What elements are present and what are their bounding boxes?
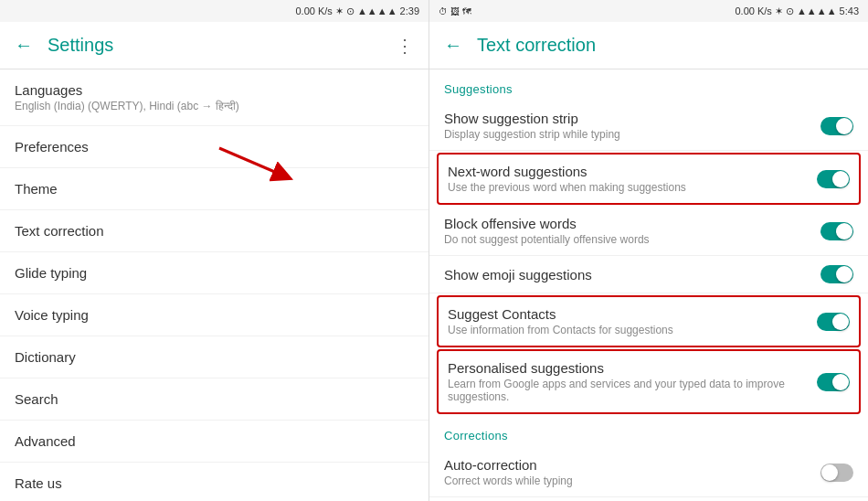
left-status-bar: 0.00 K/s ✶ ⊙ ▲▲▲▲ 2:39: [0, 0, 429, 22]
toggle-switch-next-word-suggestions[interactable]: [817, 170, 850, 188]
sidebar-item-label-languages: Languages: [15, 82, 414, 98]
sidebar-item-text-correction[interactable]: Text correction: [0, 210, 429, 252]
sidebar-item-label-rate-us: Rate us: [15, 475, 414, 491]
sidebar-item-label-voice-typing: Voice typing: [15, 307, 414, 323]
toggle-row-auto-correction[interactable]: Auto-correctionCorrect words while typin…: [429, 448, 868, 497]
left-status-text: 0.00 K/s ✶ ⊙ ▲▲▲▲ 2:39: [295, 5, 419, 17]
toggle-row-auto-space[interactable]: Auto-space after punctuation[Beta] Inser…: [429, 497, 868, 501]
sidebar-item-rate-us[interactable]: Rate us: [0, 463, 429, 501]
toggle-switch-show-suggestion-strip[interactable]: [820, 117, 853, 135]
toggle-text-show-emoji-suggestions: Show emoji suggestions: [444, 267, 810, 282]
toggle-label-show-emoji-suggestions: Show emoji suggestions: [444, 267, 810, 282]
toggle-label-next-word-suggestions: Next-word suggestions: [448, 164, 806, 179]
right-back-button[interactable]: ←: [444, 35, 462, 56]
toggle-sublabel-next-word-suggestions: Use the previous word when making sugges…: [448, 181, 806, 194]
toggle-row-show-suggestion-strip[interactable]: Show suggestion stripDisplay suggestion …: [429, 101, 868, 151]
toggle-label-block-offensive-words: Block offensive words: [444, 216, 810, 231]
sidebar-item-search[interactable]: Search: [0, 378, 429, 421]
toggle-switch-personalised-suggestions[interactable]: [817, 373, 850, 391]
toggle-row-block-offensive-words[interactable]: Block offensive wordsDo not suggest pote…: [429, 207, 868, 256]
sidebar-item-theme[interactable]: Theme: [0, 168, 429, 210]
toggle-sublabel-suggest-contacts: Use information from Contacts for sugges…: [448, 324, 806, 336]
toggle-text-suggest-contacts: Suggest ContactsUse information from Con…: [448, 306, 806, 336]
toggle-sublabel-show-suggestion-strip: Display suggestion strip while typing: [444, 128, 810, 141]
toggle-sublabel-auto-correction: Correct words while typing: [444, 474, 810, 487]
text-correction-content: SuggestionsShow suggestion stripDisplay …: [429, 69, 868, 501]
toggle-switch-suggest-contacts[interactable]: [817, 313, 850, 331]
toggle-sublabel-personalised-suggestions: Learn from Google apps and services and …: [448, 378, 806, 403]
sidebar-item-preferences[interactable]: Preferences: [0, 126, 429, 168]
toggle-row-personalised-suggestions[interactable]: Personalised suggestionsLearn from Googl…: [437, 349, 861, 414]
toggle-label-personalised-suggestions: Personalised suggestions: [448, 360, 806, 376]
toggle-text-next-word-suggestions: Next-word suggestionsUse the previous wo…: [448, 164, 806, 194]
toggle-text-auto-correction: Auto-correctionCorrect words while typin…: [444, 457, 810, 487]
left-back-button[interactable]: ←: [15, 35, 33, 56]
sidebar-item-label-preferences: Preferences: [15, 139, 414, 155]
right-status-bar: ⏱ 🖼 🗺 0.00 K/s ✶ ⊙ ▲▲▲▲ 5:43: [429, 0, 868, 22]
toggle-switch-block-offensive-words[interactable]: [820, 222, 853, 240]
sidebar-item-advanced[interactable]: Advanced: [0, 421, 429, 463]
toggle-row-show-emoji-suggestions[interactable]: Show emoji suggestions: [429, 256, 868, 293]
toggle-label-show-suggestion-strip: Show suggestion strip: [444, 111, 810, 126]
toggle-switch-show-emoji-suggestions[interactable]: [820, 265, 853, 283]
sidebar-item-label-dictionary: Dictionary: [15, 349, 414, 365]
toggle-label-suggest-contacts: Suggest Contacts: [448, 306, 806, 322]
settings-list: LanguagesEnglish (India) (QWERTY), Hindi…: [0, 69, 429, 501]
sidebar-item-label-glide-typing: Glide typing: [15, 265, 414, 281]
right-status-text: 0.00 K/s ✶ ⊙ ▲▲▲▲ 5:43: [735, 5, 859, 17]
sidebar-item-voice-typing[interactable]: Voice typing: [0, 294, 429, 336]
right-header: ← Text correction: [429, 22, 868, 69]
more-options-button[interactable]: ⋮: [396, 35, 414, 57]
section-header-suggestions: Suggestions: [429, 69, 868, 101]
sidebar-item-label-advanced: Advanced: [15, 433, 414, 449]
sidebar-item-label-search: Search: [15, 391, 414, 407]
toggle-row-suggest-contacts[interactable]: Suggest ContactsUse information from Con…: [437, 295, 861, 347]
toggle-text-show-suggestion-strip: Show suggestion stripDisplay suggestion …: [444, 111, 810, 141]
toggle-text-block-offensive-words: Block offensive wordsDo not suggest pote…: [444, 216, 810, 246]
sidebar-item-languages[interactable]: LanguagesEnglish (India) (QWERTY), Hindi…: [0, 69, 429, 126]
sidebar-item-dictionary[interactable]: Dictionary: [0, 336, 429, 378]
section-header-corrections: Corrections: [429, 416, 868, 448]
toggle-sublabel-block-offensive-words: Do not suggest potentially offensive wor…: [444, 233, 810, 246]
right-panel-title: Text correction: [477, 35, 596, 56]
sidebar-item-glide-typing[interactable]: Glide typing: [0, 252, 429, 294]
toggle-label-auto-correction: Auto-correction: [444, 457, 810, 473]
left-panel-title: Settings: [48, 35, 113, 56]
toggle-switch-auto-correction[interactable]: [820, 464, 853, 482]
toggle-row-next-word-suggestions[interactable]: Next-word suggestionsUse the previous wo…: [437, 153, 861, 205]
sidebar-item-sub-languages: English (India) (QWERTY), Hindi (abc → ह…: [15, 100, 414, 112]
left-header: ← Settings ⋮: [0, 22, 429, 69]
right-status-icons: ⏱ 🖼 🗺: [439, 6, 471, 16]
sidebar-item-label-text-correction: Text correction: [15, 223, 414, 239]
toggle-text-personalised-suggestions: Personalised suggestionsLearn from Googl…: [448, 360, 806, 403]
sidebar-item-label-theme: Theme: [15, 181, 414, 197]
